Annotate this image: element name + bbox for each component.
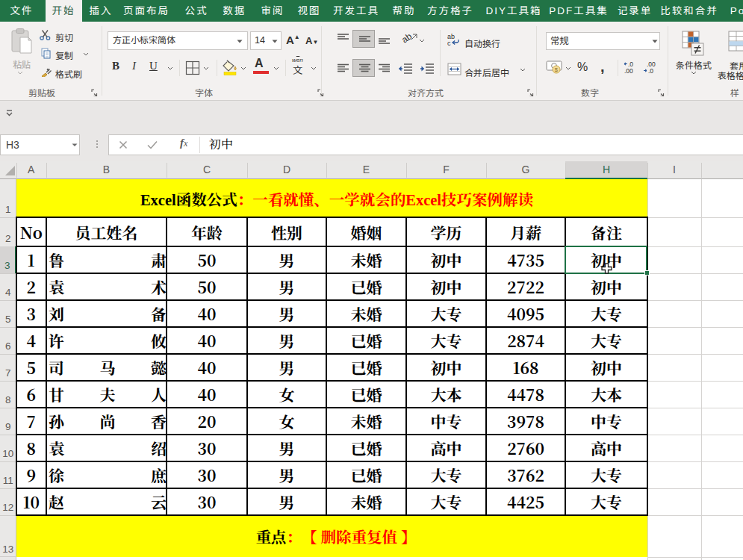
svg-text:.0: .0 bbox=[648, 67, 653, 75]
svg-text:c: c bbox=[447, 40, 451, 46]
svg-text:.0: .0 bbox=[628, 60, 633, 68]
svg-text:.00: .00 bbox=[624, 67, 633, 75]
